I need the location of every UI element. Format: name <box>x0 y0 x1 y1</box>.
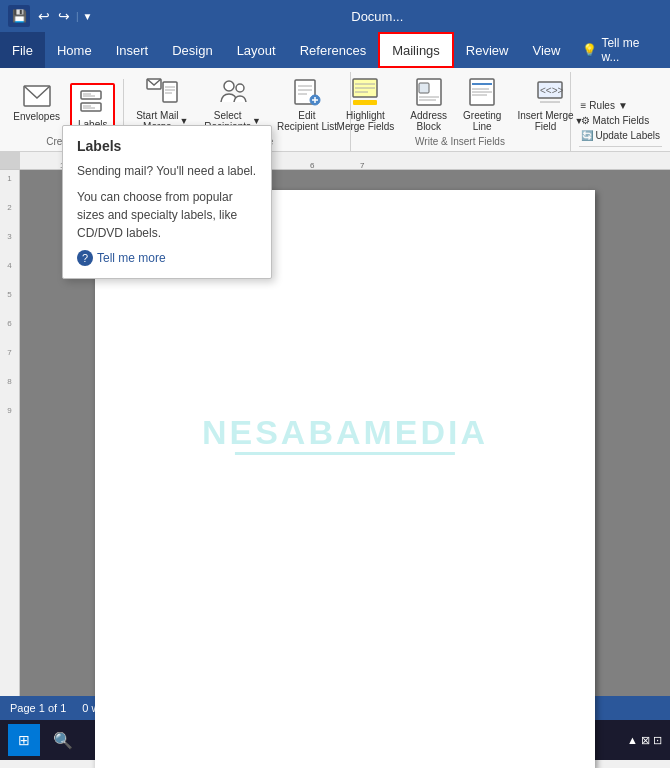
tooltip-paragraph2: You can choose from popular sizes and sp… <box>77 188 257 242</box>
svg-rect-25 <box>353 100 377 105</box>
greeting-line-button[interactable]: GreetingLine <box>457 76 507 134</box>
match-fields-button[interactable]: ⚙ Match Fields <box>579 114 663 127</box>
document-title: Docum... <box>93 9 662 24</box>
highlight-merge-fields-icon <box>352 78 378 110</box>
envelope-icon <box>23 85 51 111</box>
svg-point-12 <box>224 81 234 91</box>
highlight-merge-fields-button[interactable]: HighlightMerge Fields <box>331 76 401 134</box>
ruler-mark-6: 6 <box>310 161 314 170</box>
menu-view[interactable]: View <box>520 32 572 68</box>
svg-point-13 <box>236 84 244 92</box>
insert-merge-field-icon: <<>> <box>537 78 563 110</box>
greeting-line-label: GreetingLine <box>463 110 501 132</box>
help-icon: ? <box>77 250 93 266</box>
vruler-5: 5 <box>7 290 11 299</box>
ruler-left-margin <box>0 152 20 169</box>
update-labels-button[interactable]: 🔄 Update Labels <box>579 129 663 142</box>
save-icon[interactable]: 💾 <box>8 5 30 27</box>
svg-rect-27 <box>419 83 429 93</box>
redo-button[interactable]: ↪ <box>56 6 72 26</box>
vruler-1: 1 <box>7 174 11 183</box>
rules-label: Rules <box>589 100 615 111</box>
rules-button[interactable]: ≡ Rules ▼ <box>579 99 663 112</box>
write-insert-group-label: Write & Insert Fields <box>359 134 562 151</box>
undo-redo-group: ↩ ↪ | ▼ <box>36 6 93 26</box>
address-block-icon <box>416 78 442 110</box>
labels-tooltip: Labels Sending mail? You'll need a label… <box>62 125 272 279</box>
vruler-7: 7 <box>7 348 11 357</box>
vertical-ruler: 1 2 3 4 5 6 7 8 9 <box>0 170 20 696</box>
labels-icon <box>79 87 107 119</box>
update-labels-label: Update Labels <box>596 130 661 141</box>
menu-references[interactable]: References <box>288 32 378 68</box>
vruler-6: 6 <box>7 319 11 328</box>
menu-insert[interactable]: Insert <box>104 32 161 68</box>
greeting-line-icon <box>469 78 495 110</box>
svg-rect-2 <box>81 103 101 111</box>
envelopes-button[interactable]: Envelopes <box>7 83 66 124</box>
menu-home[interactable]: Home <box>45 32 104 68</box>
vruler-4: 4 <box>7 261 11 270</box>
vruler-8: 8 <box>7 377 11 386</box>
ribbon-group-write-insert: HighlightMerge Fields AddressBlock <box>351 72 571 151</box>
menu-design[interactable]: Design <box>160 32 224 68</box>
title-bar-left: 💾 ↩ ↪ | ▼ <box>8 5 93 27</box>
rules-arrow: ▼ <box>618 100 628 111</box>
undo-button[interactable]: ↩ <box>36 6 52 26</box>
customize-button[interactable]: ▼ <box>83 11 93 22</box>
watermark-text: NESABAMEDIA <box>202 413 488 452</box>
divider: | <box>76 11 79 22</box>
ribbon-group-rules: ≡ Rules ▼ ⚙ Match Fields 🔄 Update Labels <box>571 95 671 151</box>
highlight-merge-fields-label: HighlightMerge Fields <box>337 110 395 132</box>
envelopes-label: Envelopes <box>13 111 60 122</box>
title-bar: 💾 ↩ ↪ | ▼ Docum... <box>0 0 670 32</box>
tooltip-paragraph1: Sending mail? You'll need a label. <box>77 162 257 180</box>
menu-review[interactable]: Review <box>454 32 521 68</box>
watermark-underline <box>235 452 455 455</box>
start-button[interactable]: ⊞ <box>8 724 40 756</box>
watermark-container: NESABAMEDIA <box>202 413 488 455</box>
vruler-3: 3 <box>7 232 11 241</box>
match-fields-icon: ⚙ <box>581 115 590 126</box>
edit-recipient-list-label: EditRecipient List <box>277 110 337 132</box>
taskbar-time: ▲ ⊠ ⊡ <box>627 734 662 747</box>
start-mail-merge-icon <box>146 78 178 110</box>
lightbulb-icon: 💡 <box>582 43 597 57</box>
tell-me-text: Tell me w... <box>601 36 660 64</box>
vruler-9: 9 <box>7 406 11 415</box>
match-fields-label: Match Fields <box>593 115 650 126</box>
svg-rect-1 <box>81 91 101 99</box>
tell-me-input[interactable]: 💡 Tell me w... <box>572 32 670 68</box>
page-status: Page 1 of 1 <box>10 702 66 714</box>
tell-me-more-link[interactable]: ? Tell me more <box>77 250 257 266</box>
ruler-mark-7: 7 <box>360 161 364 170</box>
vruler-2: 2 <box>7 203 11 212</box>
menu-mailings[interactable]: Mailings <box>378 32 454 68</box>
taskbar-search-button[interactable]: 🔍 <box>48 725 78 755</box>
menu-layout[interactable]: Layout <box>225 32 288 68</box>
edit-recipient-list-icon <box>293 78 321 110</box>
address-block-button[interactable]: AddressBlock <box>404 76 453 134</box>
select-recipients-icon <box>219 78 247 110</box>
taskbar-right: ▲ ⊠ ⊡ <box>627 734 662 747</box>
tooltip-title: Labels <box>77 138 257 154</box>
windows-icon: ⊞ <box>18 732 30 748</box>
write-insert-buttons: HighlightMerge Fields AddressBlock <box>331 76 590 134</box>
write-insert-group-label2 <box>579 146 663 151</box>
update-labels-icon: 🔄 <box>581 130 593 141</box>
menu-bar: File Home Insert Design Layout Reference… <box>0 32 670 68</box>
svg-text:<<>>: <<>> <box>540 85 563 96</box>
svg-rect-8 <box>163 82 177 102</box>
tell-me-more-label: Tell me more <box>97 251 166 265</box>
menu-file[interactable]: File <box>0 32 45 68</box>
address-block-label: AddressBlock <box>410 110 447 132</box>
rules-icon: ≡ <box>581 100 587 111</box>
taskbar-search-icon: 🔍 <box>53 731 73 750</box>
